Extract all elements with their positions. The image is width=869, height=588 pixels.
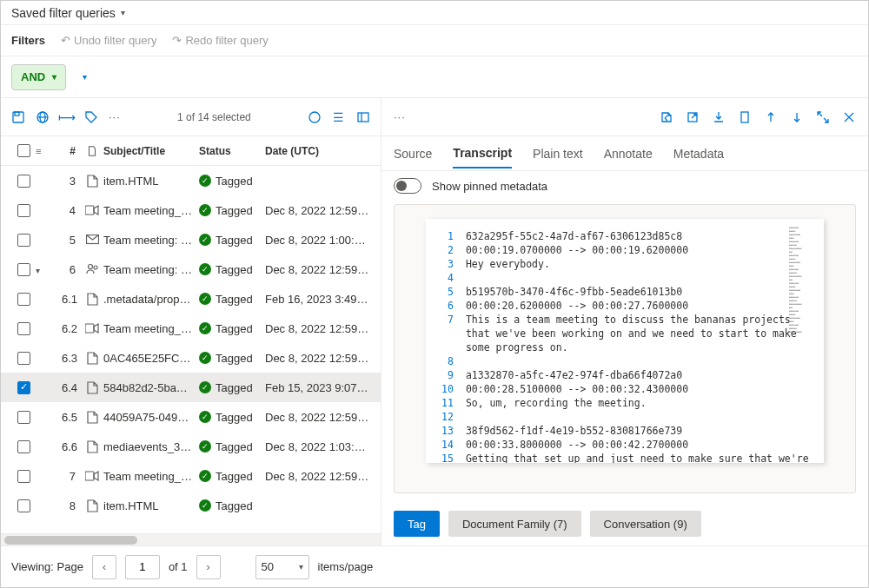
row-checkbox[interactable] <box>17 440 30 453</box>
table-row[interactable]: 7Team meeting_ ban...✓TaggedDec 8, 2022 … <box>1 461 381 491</box>
tag-button[interactable]: Tag <box>394 511 440 537</box>
select-all-checkbox[interactable] <box>17 144 30 157</box>
line-text: So, um, recording the meeting. <box>466 396 813 410</box>
line-text: 00:00:20.6200000 --> 00:00:27.7600000 <box>466 299 813 313</box>
transcript-viewport[interactable]: ▬▬▬▬▬▬▬▬▬▬▬▬▬▬▬▬▬▬▬▬▬▬▬▬▬▬▬▬▬▬▬▬▬▬▬▬▬▬▬▬… <box>394 204 856 493</box>
col-type-icon[interactable] <box>81 145 103 157</box>
tab-plain-text[interactable]: Plain text <box>533 140 583 168</box>
redo-filter-button[interactable]: ↷Redo filter query <box>172 34 268 47</box>
saved-queries-bar[interactable]: Saved filter queries ▾ <box>1 1 868 25</box>
line-text: Getting that set up and just need to mak… <box>466 452 813 463</box>
col-num[interactable]: # <box>53 145 81 157</box>
popout-icon[interactable] <box>686 110 700 124</box>
undo-filter-button[interactable]: ↶Undo filter query <box>61 34 156 47</box>
globe-dropdown-icon[interactable] <box>308 110 322 124</box>
row-checkbox[interactable] <box>17 499 30 512</box>
pinned-metadata-toggle[interactable] <box>394 178 421 194</box>
transcript-line: 12 <box>440 410 813 424</box>
table-row[interactable]: 4Team meeting_ ban...✓TaggedDec 8, 2022 … <box>1 195 381 225</box>
row-type-icon <box>81 263 103 275</box>
row-type-icon <box>81 411 103 424</box>
row-checkbox[interactable] <box>17 293 30 306</box>
save-icon[interactable] <box>11 110 25 124</box>
export-icon[interactable] <box>660 110 673 124</box>
page-input[interactable] <box>125 555 160 579</box>
line-number: 4 <box>440 271 466 285</box>
conversation-button[interactable]: Conversation (9) <box>590 511 701 537</box>
preview-more-actions[interactable]: ··· <box>394 110 406 123</box>
table-row[interactable]: 5Team meeting: ban...✓TaggedDec 8, 2022 … <box>1 225 381 254</box>
prev-page-button[interactable]: ‹ <box>92 555 116 579</box>
row-checkbox[interactable] <box>17 234 30 247</box>
more-actions[interactable]: ··· <box>109 110 121 123</box>
doc-icon[interactable] <box>738 110 752 124</box>
row-checkbox[interactable] <box>17 322 30 335</box>
grid-body[interactable]: 3item.HTML✓Tagged4Team meeting_ ban...✓T… <box>1 166 381 533</box>
line-text: Hey everybody. <box>466 257 813 271</box>
close-icon[interactable] <box>842 110 856 124</box>
filter-toolbar: Filters ↶Undo filter query ↷Redo filter … <box>1 25 868 56</box>
col-subject[interactable]: Subject/Title <box>103 145 199 157</box>
row-subject: Team meeting: ban... <box>103 234 199 247</box>
row-type-icon <box>81 499 103 512</box>
row-number: 6.6 <box>53 440 81 453</box>
row-checkbox[interactable] <box>17 175 30 188</box>
up-arrow-icon[interactable] <box>764 110 778 124</box>
sort-icon[interactable]: ≡ <box>36 146 53 156</box>
row-checkbox[interactable] <box>17 381 30 394</box>
row-number: 4 <box>53 204 81 217</box>
row-date: Dec 8, 2022 1:00:00... <box>265 234 370 247</box>
filters-label: Filters <box>11 34 45 47</box>
table-row[interactable]: 6.2Team meeting_ ban...✓TaggedDec 8, 202… <box>1 314 381 343</box>
down-arrow-icon[interactable] <box>790 110 804 124</box>
tab-metadata[interactable]: Metadata <box>673 140 724 168</box>
items-per-page-select[interactable]: 50 ▾ <box>255 555 309 579</box>
table-row[interactable]: ▾6Team meeting: ban...✓TaggedDec 8, 2022… <box>1 254 381 284</box>
transcript-line: 8 <box>440 354 813 368</box>
tab-source[interactable]: Source <box>394 140 432 168</box>
row-subject: 0AC465E25FC146E... <box>103 352 199 365</box>
col-date[interactable]: Date (UTC) <box>265 145 370 157</box>
table-row[interactable]: 6.6mediaevents_3802-...✓TaggedDec 8, 202… <box>1 432 381 461</box>
download-icon[interactable] <box>712 110 726 124</box>
of-pages: of 1 <box>169 560 188 573</box>
and-operator-pill[interactable]: AND ▾ <box>11 64 66 90</box>
expand-icon[interactable] <box>816 110 830 124</box>
row-checkbox[interactable] <box>17 352 30 365</box>
columns-icon[interactable] <box>356 110 370 124</box>
table-row[interactable]: 6.1.metadata/properti...✓TaggedFeb 16, 2… <box>1 284 381 314</box>
globe-icon[interactable] <box>36 110 50 124</box>
document-family-button[interactable]: Document Family (7) <box>448 511 581 537</box>
tab-transcript[interactable]: Transcript <box>453 139 512 168</box>
row-checkbox[interactable] <box>17 411 30 424</box>
check-icon: ✓ <box>199 204 211 216</box>
table-row[interactable]: 6.544059A75-0495E62...✓TaggedDec 8, 2022… <box>1 402 381 432</box>
row-number: 6.5 <box>53 411 81 424</box>
list-view-icon[interactable]: ☰ <box>332 110 346 124</box>
row-status: ✓Tagged <box>199 322 265 335</box>
row-type-icon <box>81 440 103 453</box>
next-page-button[interactable]: › <box>196 555 221 579</box>
expand-row-icon[interactable]: ▾ <box>36 266 40 275</box>
row-date: Dec 8, 2022 12:59:2... <box>265 470 370 483</box>
table-row[interactable]: 8item.HTML✓Tagged <box>1 491 381 520</box>
grid-header: ≡ # Subject/Title Status Date (UTC) <box>1 136 381 166</box>
arrow-icon[interactable]: ⟼ <box>60 110 74 124</box>
svg-rect-15 <box>741 112 748 122</box>
col-status[interactable]: Status <box>199 145 265 157</box>
svg-point-11 <box>94 266 97 269</box>
tab-annotate[interactable]: Annotate <box>604 140 653 168</box>
table-row[interactable]: 3item.HTML✓Tagged <box>1 166 381 195</box>
tag-icon[interactable] <box>84 110 98 124</box>
table-row[interactable]: 6.4584b82d2-5bae-4f...✓TaggedFeb 15, 202… <box>1 373 381 402</box>
table-row[interactable]: 6.30AC465E25FC146E...✓TaggedDec 8, 2022 … <box>1 343 381 373</box>
svg-rect-12 <box>85 324 94 333</box>
preview-panel: ··· Source Transcript Plain text Annotat… <box>381 98 868 545</box>
row-checkbox[interactable] <box>17 204 30 217</box>
row-checkbox[interactable] <box>17 470 30 483</box>
horizontal-scrollbar[interactable] <box>1 533 381 545</box>
row-checkbox[interactable] <box>17 263 30 276</box>
row-number: 6.2 <box>53 322 81 335</box>
add-filter-button[interactable]: ▾ <box>71 64 97 90</box>
row-status: ✓Tagged <box>199 381 265 394</box>
